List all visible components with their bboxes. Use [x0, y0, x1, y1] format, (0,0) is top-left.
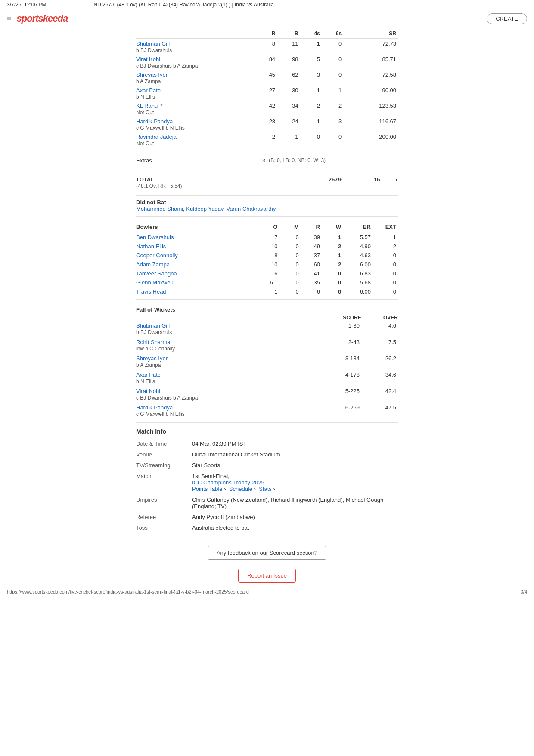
dnb-kuldeep[interactable]: Kuldeep Yadav: [186, 206, 223, 212]
page-number: 3/4: [521, 589, 527, 594]
fow-over-header: OVER: [361, 315, 398, 321]
dnb-shami[interactable]: Mohammed Shami: [136, 206, 183, 212]
batting-table: R B 4s 6s SR Shubman Gill b BJ Dwarshuis…: [136, 28, 398, 147]
report-button[interactable]: Report an Issue: [238, 569, 296, 583]
bat-balls: 98: [277, 54, 300, 70]
fow-row: Axar Patel b N Ellis 4-178 34.6: [136, 370, 398, 386]
bat-player-name[interactable]: Hardik Pandya: [136, 118, 173, 125]
bat-player-name[interactable]: KL Rahul *: [136, 103, 163, 109]
fow-row: Shreyas Iyer b A Zampa 3-134 26.2: [136, 353, 398, 370]
fow-score: 2-43: [306, 337, 361, 353]
fow-score: 6-259: [306, 403, 361, 419]
fow-row: Shubman Gill b BJ Dwarshuis 1-30 4.6: [136, 321, 398, 337]
bowler-row: Adam Zampa 10 0 60 2 6.00 0: [136, 259, 398, 269]
bat-fours: 0: [300, 132, 322, 147]
bat-player-name[interactable]: Axar Patel: [136, 87, 162, 94]
bowler-name[interactable]: Nathan Ellis: [136, 243, 166, 250]
stats-link[interactable]: Stats: [259, 486, 272, 492]
bat-sixes: 3: [322, 116, 343, 132]
bat-player-name[interactable]: Shreyas Iyer: [136, 72, 168, 78]
bowler-col-header: Bowlers: [136, 220, 254, 232]
bat-runs: 45: [254, 70, 277, 85]
bowler-name[interactable]: Glenn Maxwell: [136, 279, 173, 286]
bowler-name[interactable]: Adam Zampa: [136, 261, 170, 268]
match-info-row: TV/Streaming Star Sports: [136, 460, 398, 471]
match-info-label: Venue: [136, 449, 192, 460]
fow-player-name[interactable]: Shubman Gill: [136, 322, 170, 329]
bowler-name[interactable]: Ben Dwarshuis: [136, 234, 174, 241]
batting-row: Shreyas Iyer b A Zampa 45 62 3 0 72.58: [136, 70, 398, 85]
fow-player-name[interactable]: Rohit Sharma: [136, 339, 170, 345]
bat-fours: 1: [300, 85, 322, 101]
total-overs: 16: [344, 174, 380, 192]
wickets-header: W: [322, 220, 343, 232]
dnb-varun[interactable]: Varun Chakravarthy: [227, 206, 276, 212]
match-info-value: Star Sports: [192, 460, 398, 471]
bowler-maidens: 0: [279, 232, 301, 242]
bowler-wickets: 0: [322, 287, 343, 296]
match-info-value: 04 Mar, 02:30 PM IST: [192, 438, 398, 449]
fow-score: 4-178: [306, 370, 361, 386]
fow-player-name[interactable]: Virat Kohli: [136, 388, 161, 394]
bat-sixes: 2: [322, 101, 343, 116]
bowler-row: Tanveer Sangha 6 0 41 0 6.83 0: [136, 269, 398, 278]
bowler-ext: 0: [373, 269, 398, 278]
sixes-col-header: 6s: [322, 28, 343, 39]
fow-dismissal: lbw b C Connolly: [136, 346, 175, 352]
batting-row: Virat Kohli c BJ Dwarshuis b A Zampa 84 …: [136, 54, 398, 70]
schedule-link[interactable]: Schedule: [229, 486, 252, 492]
bat-sr: 123.53: [343, 101, 398, 116]
fow-over: 47.5: [361, 403, 398, 419]
bat-player-name[interactable]: Virat Kohli: [136, 56, 161, 62]
fow-section: Fall of Wickets SCORE OVER Shubman Gill …: [136, 303, 398, 419]
icc-trophy-link[interactable]: ICC Champions Trophy 2025: [192, 479, 264, 486]
bowler-name[interactable]: Cooper Connolly: [136, 252, 178, 259]
bowler-wickets: 1: [322, 232, 343, 242]
bowler-runs: 35: [301, 278, 322, 287]
bowler-ext: 0: [373, 287, 398, 296]
extras-label: Extras: [136, 155, 254, 166]
match-info-value: Chris Gaffaney (New Zealand), Richard Il…: [192, 494, 398, 512]
bat-sixes: 0: [322, 39, 343, 55]
bat-sixes: 1: [322, 85, 343, 101]
fow-player-name[interactable]: Axar Patel: [136, 372, 162, 378]
match-info-label: Umpires: [136, 494, 192, 512]
fow-over: 26.2: [361, 353, 398, 370]
create-button[interactable]: CREATE: [487, 13, 527, 24]
match-info-row: Match 1st Semi-Final, ICC Champions Trop…: [136, 471, 398, 494]
bat-player-name[interactable]: Ravindra Jadeja: [136, 134, 177, 140]
match-info-label: Referee: [136, 512, 192, 522]
bat-sr: 72.73: [343, 39, 398, 55]
top-bar: ≡ sportskeeda CREATE: [0, 9, 534, 28]
bat-runs: 84: [254, 54, 277, 70]
fow-row: Hardik Pandya c G Maxwell b N Ellis 6-25…: [136, 403, 398, 419]
bat-player-name[interactable]: Shubman Gill: [136, 41, 170, 47]
fours-col-header: 4s: [300, 28, 322, 39]
points-table-link[interactable]: Points Table: [192, 486, 223, 492]
logo[interactable]: sportskeeda: [17, 13, 68, 24]
bowler-name[interactable]: Tanveer Sangha: [136, 270, 177, 277]
bat-sixes: 0: [322, 70, 343, 85]
bowlers-header: Bowlers O M R W ER EXT: [136, 220, 398, 232]
batting-row: Hardik Pandya c G Maxwell b N Ellis 28 2…: [136, 116, 398, 132]
feedback-button[interactable]: Any feedback on our Scorecard section?: [208, 546, 326, 560]
dnb-section: Did not Bat Mohammed Shami, Kuldeep Yada…: [136, 199, 398, 212]
bowler-row: Ben Dwarshuis 7 0 39 1 5.57 1: [136, 232, 398, 242]
bat-sr: 90.00: [343, 85, 398, 101]
fow-dismissal: b A Zampa: [136, 362, 161, 368]
bowler-row: Travis Head 1 0 6 0 6.00 0: [136, 287, 398, 296]
fow-player-name[interactable]: Hardik Pandya: [136, 404, 173, 411]
bat-sixes: 0: [322, 132, 343, 147]
bowler-er: 6.83: [343, 269, 373, 278]
bat-balls: 24: [277, 116, 300, 132]
bowler-name[interactable]: Travis Head: [136, 288, 166, 295]
bowler-ext: 1: [373, 232, 398, 242]
bowler-ext: 0: [373, 278, 398, 287]
feedback-section: Any feedback on our Scorecard section? R…: [136, 546, 398, 583]
fow-table: SCORE OVER Shubman Gill b BJ Dwarshuis 1…: [136, 315, 398, 419]
main-content: R B 4s 6s SR Shubman Gill b BJ Dwarshuis…: [129, 28, 405, 583]
fow-dismissal: c G Maxwell b N Ellis: [136, 411, 185, 417]
fow-player-name[interactable]: Shreyas Iyer: [136, 355, 168, 362]
fow-score: 1-30: [306, 321, 361, 337]
menu-icon[interactable]: ≡: [7, 14, 12, 23]
